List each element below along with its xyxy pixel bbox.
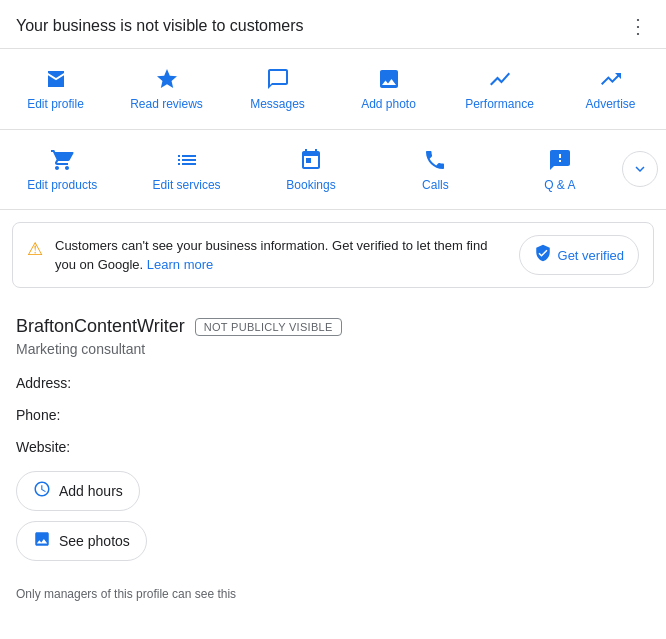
alert-banner: ⚠ Customers can't see your business info…	[12, 222, 654, 288]
shopping-icon	[50, 146, 74, 174]
footer-note: Only managers of this profile can see th…	[0, 579, 666, 617]
calendar-icon	[299, 146, 323, 174]
clock-icon	[33, 480, 51, 502]
business-section: BraftonContentWriter NOT PUBLICLY VISIBL…	[0, 300, 666, 579]
advertise-label: Advertise	[585, 97, 635, 113]
shield-icon	[534, 244, 552, 266]
business-name-row: BraftonContentWriter NOT PUBLICLY VISIBL…	[16, 316, 650, 337]
calls-button[interactable]: Calls	[373, 138, 497, 202]
phone-label: Phone:	[16, 407, 60, 423]
business-type: Marketing consultant	[16, 341, 650, 357]
performance-button[interactable]: Performance	[444, 57, 555, 121]
list-icon	[175, 146, 199, 174]
edit-profile-label: Edit profile	[27, 97, 84, 113]
business-name: BraftonContentWriter	[16, 316, 185, 337]
address-field: Address:	[16, 375, 650, 391]
expand-button[interactable]	[622, 151, 658, 187]
phone-field: Phone:	[16, 407, 650, 423]
edit-services-button[interactable]: Edit services	[124, 138, 248, 202]
see-photos-button[interactable]: See photos	[16, 521, 147, 561]
learn-more-link[interactable]: Learn more	[147, 257, 213, 272]
website-field: Website:	[16, 439, 650, 455]
advertise-button[interactable]: Advertise	[555, 57, 666, 121]
warning-icon: ⚠	[27, 238, 43, 260]
visibility-badge: NOT PUBLICLY VISIBLE	[195, 318, 342, 336]
add-hours-label: Add hours	[59, 483, 123, 499]
messages-button[interactable]: Messages	[222, 57, 333, 121]
performance-label: Performance	[465, 97, 534, 113]
see-photos-label: See photos	[59, 533, 130, 549]
messages-label: Messages	[250, 97, 305, 113]
read-reviews-label: Read reviews	[130, 97, 203, 113]
edit-services-label: Edit services	[153, 178, 221, 194]
action-row-1: Edit profile Read reviews Messages Add p…	[0, 49, 666, 130]
edit-products-button[interactable]: Edit products	[0, 138, 124, 202]
add-photo-label: Add photo	[361, 97, 416, 113]
star-icon	[155, 65, 179, 93]
advertise-icon	[599, 65, 623, 93]
action-row-2: Edit products Edit services Bookings Cal…	[0, 130, 666, 211]
add-hours-button[interactable]: Add hours	[16, 471, 140, 511]
header: Your business is not visible to customer…	[0, 0, 666, 49]
get-verified-label: Get verified	[558, 248, 624, 263]
alert-content: ⚠ Customers can't see your business info…	[27, 236, 507, 275]
get-verified-button[interactable]: Get verified	[519, 235, 639, 275]
header-title: Your business is not visible to customer…	[16, 17, 304, 35]
qa-label: Q & A	[544, 178, 575, 194]
edit-profile-button[interactable]: Edit profile	[0, 57, 111, 121]
chat-icon	[266, 65, 290, 93]
photos-icon	[33, 530, 51, 552]
read-reviews-button[interactable]: Read reviews	[111, 57, 222, 121]
website-label: Website:	[16, 439, 70, 455]
edit-products-label: Edit products	[27, 178, 97, 194]
performance-icon	[488, 65, 512, 93]
alert-text: Customers can't see your business inform…	[55, 236, 507, 275]
qa-button[interactable]: Q & A	[498, 138, 622, 202]
address-label: Address:	[16, 375, 71, 391]
calls-label: Calls	[422, 178, 449, 194]
store-icon	[44, 65, 68, 93]
bookings-button[interactable]: Bookings	[249, 138, 373, 202]
phone-icon	[423, 146, 447, 174]
more-menu-button[interactable]: ⋮	[626, 14, 650, 38]
photo-icon	[377, 65, 401, 93]
qa-icon	[548, 146, 572, 174]
add-photo-button[interactable]: Add photo	[333, 57, 444, 121]
bookings-label: Bookings	[286, 178, 335, 194]
